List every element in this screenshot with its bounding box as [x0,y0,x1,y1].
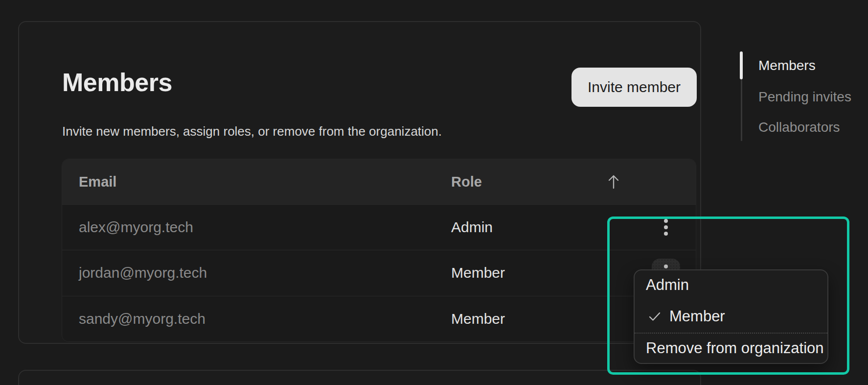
menu-item-label: Admin [646,276,689,294]
row-actions-kebab-menu-icon[interactable] [652,213,680,241]
table-row: alex@myorg.tech Admin [62,204,696,250]
kebab-dot [664,225,668,229]
nav-active-indicator [740,51,743,79]
role-dropdown-menu: Admin Member Remove from organization [634,269,828,364]
member-role: Admin [451,219,493,236]
table-header-row: Email Role [62,159,696,204]
sidebar-item-collaborators[interactable]: Collaborators [758,119,840,136]
menu-item-label: Member [669,308,725,325]
sidebar-item-members[interactable]: Members [758,57,816,74]
members-table: Email Role alex@myorg.tech Admin jordan@… [62,159,696,342]
member-role: Member [451,265,505,281]
menu-item-remove-from-organization[interactable]: Remove from organization [635,334,827,363]
column-header-email: Email [79,174,116,190]
members-card: Members Invite member Invite new members… [18,21,701,344]
sidebar-item-pending-invites[interactable]: Pending invites [758,89,851,105]
invite-member-button[interactable]: Invite member [571,68,697,107]
member-email: jordan@myorg.tech [79,265,207,281]
menu-item-label: Remove from organization [646,339,824,357]
table-row: sandy@myorg.tech Member [62,296,696,341]
sort-ascending-icon[interactable] [607,173,620,190]
table-row: jordan@myorg.tech Member [62,250,696,295]
check-icon [648,311,662,322]
card-subtitle: Invite new members, assign roles, or rem… [62,122,442,140]
kebab-dot [664,265,668,268]
menu-item-admin[interactable]: Admin [635,270,827,300]
member-email: alex@myorg.tech [79,219,193,236]
kebab-dot [664,232,668,236]
column-header-role: Role [451,174,482,190]
page-title: Members [62,67,172,97]
menu-item-member[interactable]: Member [635,300,827,333]
member-role: Member [451,311,505,327]
kebab-dot [664,219,668,223]
next-settings-card [18,370,701,385]
member-email: sandy@myorg.tech [79,311,206,327]
